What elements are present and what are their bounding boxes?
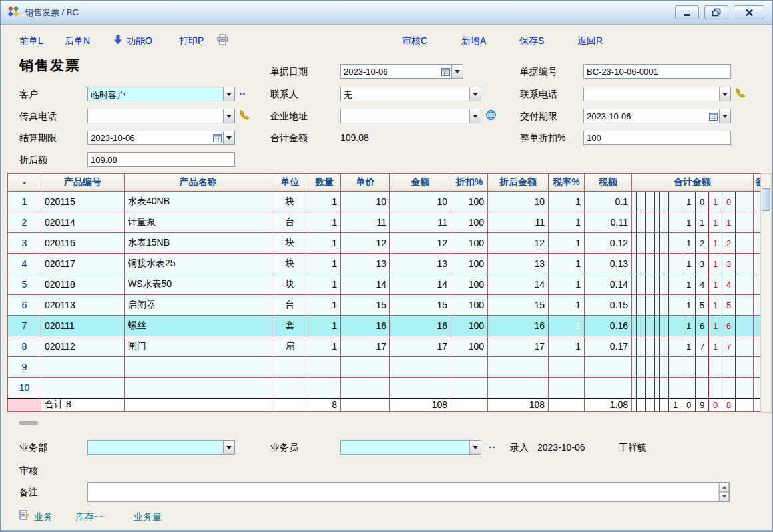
cell-qty[interactable]: 1 <box>308 336 341 357</box>
prev-doc-button[interactable]: 前单L <box>19 35 43 47</box>
dept-value[interactable] <box>88 441 223 454</box>
cell-name[interactable]: 螺丝 <box>125 316 272 336</box>
cell-tax[interactable]: 0.17 <box>585 336 632 357</box>
cell-price[interactable]: 17 <box>341 336 390 357</box>
phone-combo[interactable] <box>583 87 731 101</box>
dept-combo[interactable] <box>87 440 235 455</box>
title-bar[interactable]: 销售发票 / BC <box>1 1 772 25</box>
cell-no[interactable]: 3 <box>8 233 41 254</box>
cell-tax_rate[interactable] <box>549 357 585 378</box>
cell-price[interactable]: 12 <box>341 233 390 254</box>
cell-disc_amount[interactable]: 15 <box>488 295 549 316</box>
cell-price[interactable] <box>341 357 390 378</box>
cell-discount[interactable]: 100 <box>451 316 488 336</box>
cell-tax[interactable]: 0.11 <box>585 212 632 233</box>
cell-no[interactable]: 7 <box>8 316 41 336</box>
vertical-scrollbar-track[interactable] <box>760 173 772 413</box>
cell-code[interactable]: 020117 <box>41 254 125 274</box>
cell-tax_rate[interactable]: 1 <box>549 233 585 254</box>
settle-date-field[interactable]: 2023-10-06 <box>87 131 235 145</box>
cell-name[interactable]: 水表15NB <box>125 233 272 254</box>
cell-unit[interactable]: 块 <box>272 254 308 274</box>
cell-qty[interactable]: 1 <box>308 254 341 274</box>
cell-tax[interactable]: 0.15 <box>585 295 632 316</box>
cell-total[interactable]: 1313 <box>632 254 754 274</box>
cell-disc_amount[interactable] <box>488 357 549 378</box>
cell-code[interactable]: 020116 <box>41 233 125 254</box>
cell-code[interactable] <box>41 378 125 398</box>
address-combo[interactable] <box>340 109 481 123</box>
cell-remark[interactable] <box>754 316 761 336</box>
printer-icon[interactable] <box>216 34 229 48</box>
cell-discount[interactable]: 100 <box>451 336 488 357</box>
cell-tax_rate[interactable]: 1 <box>549 274 585 295</box>
cell-amount[interactable]: 17 <box>390 336 451 357</box>
cell-discount[interactable]: 100 <box>451 212 488 233</box>
fax-combo[interactable] <box>87 109 235 123</box>
cell-discount[interactable]: 100 <box>451 233 488 254</box>
cell-remark[interactable] <box>754 357 761 378</box>
order-discount-field[interactable] <box>583 131 731 145</box>
cell-price[interactable]: 16 <box>341 316 390 336</box>
cell-remark[interactable] <box>754 336 761 357</box>
cell-unit[interactable]: 台 <box>272 295 308 316</box>
cell-qty[interactable]: 1 <box>308 212 341 233</box>
cell-no[interactable]: 1 <box>8 192 41 212</box>
cell-code[interactable]: 020111 <box>41 316 125 336</box>
cell-tax_rate[interactable]: 1 <box>549 336 585 357</box>
calendar-icon[interactable] <box>707 109 719 123</box>
cell-tax[interactable] <box>585 378 632 398</box>
cell-amount[interactable]: 11 <box>390 212 451 233</box>
cell-disc_amount[interactable]: 14 <box>488 274 549 295</box>
contact-combo[interactable]: 无 <box>340 87 481 101</box>
cell-code[interactable]: 020114 <box>41 212 125 233</box>
cell-total[interactable]: 1212 <box>632 233 754 254</box>
cell-no[interactable]: 10 <box>8 378 41 398</box>
cell-name[interactable]: 水表40NB <box>125 192 272 212</box>
cell-name[interactable] <box>125 378 272 398</box>
doc-date-value[interactable]: 2023-10-06 <box>341 65 439 78</box>
spinner-up-button[interactable] <box>719 483 729 492</box>
cell-unit[interactable] <box>272 357 308 378</box>
new-button[interactable]: 新增A <box>461 35 486 47</box>
cell-remark[interactable] <box>754 295 761 316</box>
cell-disc_amount[interactable]: 16 <box>488 316 549 336</box>
salesman-browse-button[interactable]: .. <box>489 439 495 450</box>
delivery-date-dropdown-button[interactable] <box>719 109 730 123</box>
cell-price[interactable] <box>341 378 390 398</box>
cell-qty[interactable] <box>308 378 341 398</box>
cell-qty[interactable]: 1 <box>308 295 341 316</box>
cell-remark[interactable] <box>754 254 761 274</box>
cell-tax[interactable]: 0.14 <box>585 274 632 295</box>
doc-no-field[interactable] <box>583 64 731 79</box>
cell-price[interactable]: 11 <box>341 212 390 233</box>
customer-value[interactable]: 临时客户 <box>88 87 223 101</box>
audit-button[interactable]: 审核C <box>402 35 427 47</box>
cell-discount[interactable] <box>451 378 488 398</box>
close-button[interactable] <box>734 5 764 19</box>
delivery-date-field[interactable]: 2023-10-06 <box>583 109 731 123</box>
cell-amount[interactable]: 14 <box>390 274 451 295</box>
cell-amount[interactable] <box>390 378 451 398</box>
cell-name[interactable]: 闸门 <box>125 336 272 357</box>
cell-no[interactable]: 9 <box>8 357 41 378</box>
cell-remark[interactable] <box>754 274 761 295</box>
cell-tax_rate[interactable]: 1 <box>549 212 585 233</box>
cell-total[interactable]: 1515 <box>632 295 754 316</box>
cell-no[interactable]: 5 <box>8 274 41 295</box>
tab-business-volume[interactable]: 业务量 <box>134 511 162 523</box>
phone-value[interactable] <box>584 87 719 101</box>
cell-qty[interactable]: 1 <box>308 274 341 295</box>
cell-total[interactable] <box>632 357 754 378</box>
cell-amount[interactable]: 10 <box>390 192 451 212</box>
cell-unit[interactable]: 块 <box>272 233 308 254</box>
cell-tax[interactable] <box>585 357 632 378</box>
splitter-grip[interactable] <box>19 421 38 425</box>
cell-code[interactable]: 020118 <box>41 274 125 295</box>
cell-name[interactable]: WS水表50 <box>125 274 272 295</box>
cell-disc_amount[interactable]: 13 <box>488 254 549 274</box>
cell-amount[interactable]: 12 <box>390 233 451 254</box>
next-doc-button[interactable]: 后单N <box>65 35 90 47</box>
cell-tax[interactable]: 0.1 <box>585 192 632 212</box>
cell-remark[interactable] <box>754 233 761 254</box>
